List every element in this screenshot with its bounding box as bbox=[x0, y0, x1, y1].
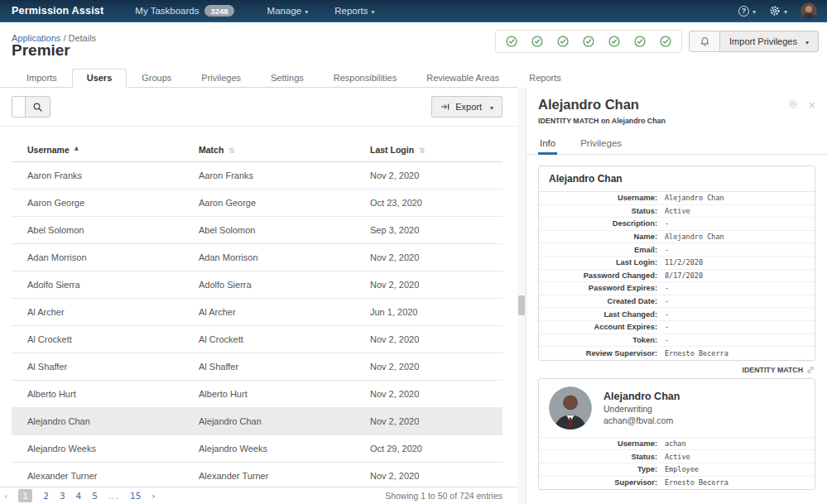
search-icon bbox=[32, 102, 43, 113]
table-row[interactable]: Alberto Hurt Alberto Hurt Nov 2, 2020 bbox=[12, 381, 502, 408]
table-row[interactable]: Adolfo Sierra Adolfo Sierra Nov 2, 2020 bbox=[12, 271, 502, 299]
table-row[interactable]: Aaron George Aaron George Oct 23, 2020 bbox=[12, 190, 502, 217]
info-row: Type: Employee bbox=[539, 463, 815, 477]
user-avatar[interactable] bbox=[801, 2, 817, 19]
import-privileges-button[interactable]: Import Privileges bbox=[719, 31, 819, 52]
tab[interactable]: Settings bbox=[256, 69, 319, 88]
search-input[interactable] bbox=[12, 96, 26, 118]
info-label: Token: bbox=[539, 336, 665, 344]
cell-last-login: Nov 2, 2020 bbox=[354, 362, 502, 372]
info-row: Password Expires: - bbox=[539, 282, 815, 295]
table-header: Username Match Last Login bbox=[12, 137, 502, 162]
info-row: Description: - bbox=[539, 218, 815, 231]
info-label: Password Expires: bbox=[539, 284, 665, 292]
page-item[interactable]: 15 bbox=[130, 491, 141, 501]
table-row[interactable]: Al Shaffer Al Shaffer Nov 2, 2020 bbox=[12, 353, 502, 381]
cell-last-login: Jun 1, 2020 bbox=[354, 307, 502, 317]
tab[interactable]: Privileges bbox=[186, 69, 256, 88]
tab[interactable]: Groups bbox=[127, 69, 186, 88]
column-header[interactable]: Username bbox=[12, 145, 183, 155]
settings-menu[interactable] bbox=[769, 5, 787, 17]
cell-match: Alberto Hurt bbox=[183, 389, 354, 399]
notifications-button[interactable] bbox=[689, 31, 720, 52]
brand-logo[interactable]: Permission Assist bbox=[12, 5, 103, 17]
info-label: Last Changed: bbox=[539, 310, 665, 319]
column-header[interactable]: Match bbox=[183, 145, 354, 155]
cell-last-login: Oct 23, 2020 bbox=[354, 198, 502, 208]
tab[interactable]: Reports bbox=[514, 69, 576, 88]
cell-username: Al Shaffer bbox=[12, 362, 183, 372]
search-button[interactable] bbox=[25, 96, 50, 118]
chevron-down-icon bbox=[368, 6, 374, 16]
status-check-icon[interactable] bbox=[506, 36, 517, 47]
scrollbar-thumb[interactable] bbox=[518, 295, 525, 315]
tab[interactable]: Reviewable Areas bbox=[411, 69, 514, 88]
cell-last-login: Sep 3, 2020 bbox=[354, 225, 502, 235]
cell-username: Alberto Hurt bbox=[12, 389, 183, 399]
cell-last-login: Nov 2, 2020 bbox=[354, 170, 502, 180]
page-item[interactable]: 4 bbox=[76, 491, 82, 501]
table-row[interactable]: Abel Solomon Abel Solomon Sep 3, 2020 bbox=[12, 217, 502, 244]
chevron-down-icon bbox=[802, 36, 809, 46]
info-label: Last Login: bbox=[539, 258, 665, 266]
detail-panel: Alejandro Chan IDENTITY MATCH on Alejand… bbox=[526, 88, 827, 504]
bell-icon bbox=[700, 36, 710, 47]
nav-item-manage[interactable]: Manage bbox=[267, 6, 309, 16]
status-check-icon[interactable] bbox=[608, 36, 620, 47]
app-root: Permission Assist My Taskboards 3248 Man… bbox=[0, 0, 827, 504]
info-value: - bbox=[665, 310, 669, 319]
page-item[interactable]: ... bbox=[108, 491, 119, 501]
export-button[interactable]: Export bbox=[431, 96, 502, 118]
tab[interactable]: Users bbox=[72, 69, 127, 88]
table-row[interactable]: Adan Morrison Adan Morrison Nov 2, 2020 bbox=[12, 244, 502, 271]
status-check-icon[interactable] bbox=[660, 36, 671, 47]
my-taskboards-label: My Taskboards bbox=[135, 6, 199, 16]
info-value: - bbox=[665, 297, 669, 305]
identity-card-header: Alejandro Chan Underwriting achan@fbval.… bbox=[539, 379, 815, 438]
table-scrollbar[interactable] bbox=[517, 88, 526, 504]
cell-username: Adan Morrison bbox=[12, 252, 183, 262]
info-label: Username: bbox=[539, 194, 665, 202]
status-check-icon[interactable] bbox=[557, 36, 569, 47]
table-row[interactable]: Alejandro Chan Alejandro Chan Nov 2, 202… bbox=[12, 408, 502, 435]
cell-match: Alejandro Weeks bbox=[183, 444, 354, 454]
cell-match: Alejandro Chan bbox=[183, 416, 354, 426]
sort-icon bbox=[70, 145, 79, 155]
table-row[interactable]: Al Crockett Al Crockett Nov 2, 2020 bbox=[12, 326, 502, 353]
column-header[interactable]: Last Login bbox=[354, 145, 502, 155]
info-value: - bbox=[665, 284, 669, 292]
page-item[interactable]: 2 bbox=[43, 491, 49, 501]
panel-tab[interactable]: Privileges bbox=[579, 133, 623, 155]
identity-match-link[interactable]: IDENTITY MATCH bbox=[538, 366, 815, 374]
table-row[interactable]: Al Archer Al Archer Jun 1, 2020 bbox=[12, 299, 502, 326]
nav-item-my-taskboards[interactable]: My Taskboards 3248 bbox=[135, 5, 233, 17]
table-row[interactable]: Aaron Franks Aaron Franks Nov 2, 2020 bbox=[12, 162, 502, 190]
table-row[interactable]: Alejandro Weeks Alejandro Weeks Oct 29, … bbox=[12, 435, 502, 463]
page-item[interactable]: › bbox=[151, 491, 155, 501]
info-value: Alejandro Chan bbox=[665, 194, 724, 202]
identity-department: Underwriting bbox=[603, 404, 680, 414]
info-value: 8/17/2020 bbox=[665, 271, 703, 280]
info-label: Supervisor: bbox=[539, 478, 665, 487]
page-item[interactable]: ‹ bbox=[4, 491, 7, 501]
help-menu[interactable] bbox=[738, 6, 756, 17]
status-check-icon[interactable] bbox=[531, 36, 543, 47]
page-item[interactable]: 3 bbox=[60, 491, 65, 501]
nav-item-reports[interactable]: Reports bbox=[334, 6, 374, 16]
tab[interactable]: Imports bbox=[12, 69, 72, 88]
status-check-icon[interactable] bbox=[634, 36, 646, 47]
panel-close-icon[interactable] bbox=[808, 100, 815, 109]
panel-tab[interactable]: Info bbox=[538, 133, 557, 155]
header-button-group: Import Privileges bbox=[689, 31, 819, 52]
tab[interactable]: Responsibilities bbox=[319, 69, 411, 88]
page-item[interactable]: 5 bbox=[92, 491, 98, 501]
export-label: Export bbox=[455, 102, 482, 112]
cell-username: Al Crockett bbox=[12, 334, 183, 344]
panel-subtitle: IDENTITY MATCH on Alejandro Chan bbox=[538, 117, 815, 125]
identity-email: achan@fbval.com bbox=[603, 415, 680, 425]
cell-match: Al Crockett bbox=[183, 334, 354, 344]
page-item[interactable]: 1 bbox=[18, 489, 32, 502]
panel-gear-icon[interactable] bbox=[788, 99, 798, 109]
cell-last-login: Oct 29, 2020 bbox=[354, 444, 502, 454]
status-check-icon[interactable] bbox=[583, 36, 594, 47]
